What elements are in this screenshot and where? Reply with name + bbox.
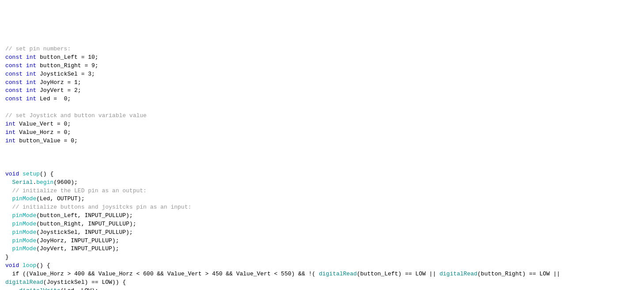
comment-1: // set pin numbers:: [5, 46, 71, 52]
line-12: void setup() {: [5, 171, 53, 177]
line-14: // initialize the LED pin as an output:: [5, 187, 147, 194]
line-13: Serial.begin(9600);: [5, 179, 78, 186]
line-9: int Value_Vert = 0;: [5, 121, 71, 127]
line-5: const int JoyHorz = 1;: [5, 79, 81, 86]
line-23: void loop() {: [5, 262, 50, 269]
line-6: const int JoyVert = 2;: [5, 87, 81, 94]
line-19: pinMode(JoystickSel, INPUT_PULLUP);: [5, 229, 133, 236]
line-10: int Value_Horz = 0;: [5, 129, 71, 136]
line-25: digitalRead(JoystickSel) == LOW)) {: [5, 279, 126, 286]
line-11: int button_Value = 0;: [5, 137, 78, 144]
line-4: const int JoystickSel = 3;: [5, 71, 95, 77]
line-24: if ((Value_Horz > 400 && Value_Horz < 60…: [5, 271, 560, 277]
code-editor[interactable]: // set pin numbers: const int button_Lef…: [5, 37, 639, 290]
line-17: pinMode(button_Left, INPUT_PULLUP);: [5, 212, 133, 219]
line-16: // initialize buttons and joysitcks pin …: [5, 204, 191, 210]
line-2: const int button_Left = 10;: [5, 54, 98, 61]
line-7: const int Led = 0;: [5, 95, 71, 102]
line-26: digitalWrite(Led, LOW);: [5, 287, 98, 290]
line-21: pinMode(JoyVert, INPUT_PULLUP);: [5, 245, 119, 252]
line-20: pinMode(JoyHorz, INPUT_PULLUP);: [5, 237, 119, 244]
line-15: pinMode(Led, OUTPUT);: [5, 195, 84, 202]
line-18: pinMode(button_Right, INPUT_PULLUP);: [5, 221, 136, 227]
line-3: const int button_Right = 9;: [5, 62, 98, 69]
comment-2: // set Joystick and button variable valu…: [5, 112, 147, 119]
line-22: }: [5, 254, 9, 260]
